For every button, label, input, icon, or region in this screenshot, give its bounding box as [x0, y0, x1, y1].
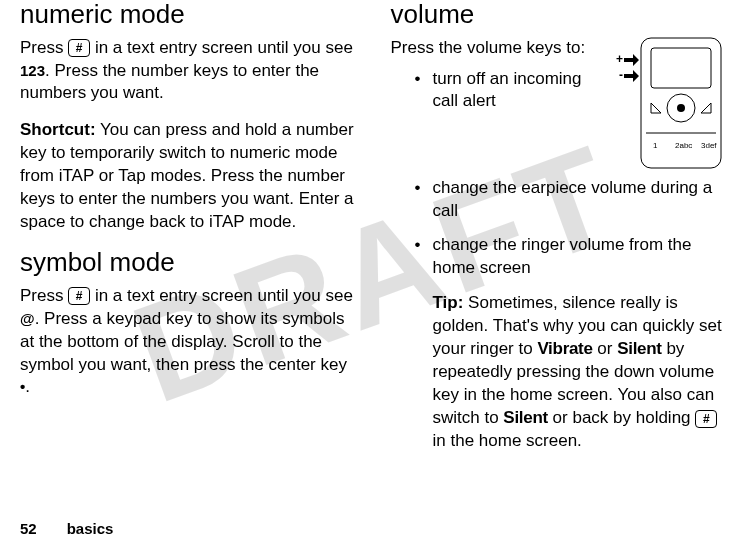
text: in the home screen.	[433, 431, 582, 450]
symbol-paragraph: Press # in a text entry screen until you…	[20, 285, 361, 400]
text: or	[593, 339, 618, 358]
at-symbol-icon: @	[20, 310, 35, 327]
vibrate-label: Vibrate	[537, 339, 592, 358]
text: in a text entry screen until you see	[90, 286, 353, 305]
heading-symbol-mode: symbol mode	[20, 248, 361, 277]
bullet-item: change the ringer volume from the home s…	[415, 234, 732, 280]
tip-paragraph: Tip: Sometimes, silence really is golden…	[391, 292, 732, 453]
tip-label: Tip:	[433, 293, 464, 312]
text: in a text entry screen until you see	[90, 38, 353, 57]
hash-key-icon: #	[68, 287, 90, 305]
volume-bullets-cont: change the earpiece volume during a call…	[391, 177, 732, 293]
shortcut-paragraph: Shortcut: You can press and hold a numbe…	[20, 119, 361, 234]
svg-text:3def: 3def	[701, 141, 717, 150]
svg-point-3	[677, 104, 685, 112]
hash-key-icon: #	[68, 39, 90, 57]
volume-bullets: turn off an incoming call alert	[391, 68, 602, 114]
hash-key-icon: #	[695, 410, 717, 428]
bullet-item: change the earpiece volume during a call	[415, 177, 732, 223]
left-column: numeric mode Press # in a text entry scr…	[20, 0, 361, 547]
numeric-paragraph: Press # in a text entry screen until you…	[20, 37, 361, 106]
text: Press	[20, 38, 68, 57]
text: .	[25, 377, 30, 396]
volume-intro-text-block: Press the volume keys to: turn off an in…	[391, 37, 602, 126]
text: or back by holding	[548, 408, 695, 427]
volume-intro: Press the volume keys to:	[391, 37, 602, 60]
shortcut-label: Shortcut:	[20, 120, 96, 139]
right-column: volume Press the volume keys to: turn of…	[391, 0, 732, 547]
silent-label: Silent	[617, 339, 662, 358]
svg-text:+: +	[616, 52, 623, 66]
heading-volume: volume	[391, 0, 732, 29]
phone-icon: 1 2abc 3def + -	[611, 33, 731, 173]
silent-label: Silent	[503, 408, 548, 427]
page-body: numeric mode Press # in a text entry scr…	[0, 0, 751, 547]
bullet-item: turn off an incoming call alert	[415, 68, 602, 114]
text: Press	[20, 286, 68, 305]
svg-text:-: -	[619, 68, 623, 82]
text: . Press the number keys to enter the num…	[20, 61, 319, 103]
svg-text:1: 1	[653, 141, 658, 150]
phone-illustration: 1 2abc 3def + -	[611, 33, 731, 177]
svg-rect-1	[651, 48, 711, 88]
svg-text:2abc: 2abc	[675, 141, 692, 150]
one-two-three-icon: 123	[20, 62, 45, 79]
text: . Press a keypad key to show its symbols…	[20, 309, 347, 374]
heading-numeric-mode: numeric mode	[20, 0, 361, 29]
volume-intro-row: Press the volume keys to: turn off an in…	[391, 37, 732, 177]
